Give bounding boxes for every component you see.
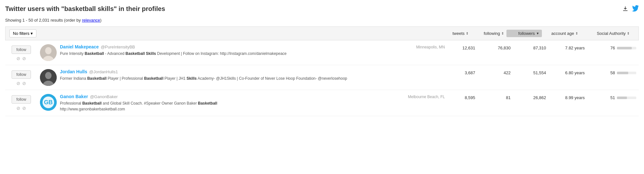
table-row: follow ⊘ ⊘ Jordan Hulls @JordanHulls1: [5, 65, 639, 90]
svg-text:GB: GB: [44, 99, 53, 106]
follow-button-3[interactable]: follow: [12, 95, 31, 104]
user-location-3: Melbourne Beach, FL: [408, 95, 449, 99]
user-handle-2: @JordanHulls1: [89, 69, 118, 74]
user-handle-1: @PureIntensityBB: [101, 45, 135, 49]
stat-tweets-1: 12,631: [449, 46, 478, 50]
follow-button-1[interactable]: follow: [12, 46, 31, 54]
authority-num-3: 51: [610, 95, 615, 100]
mute-icon-2[interactable]: ⊘: [22, 81, 26, 86]
col-header-social-authority[interactable]: Social Authority ⇕: [581, 30, 632, 37]
stat-following-1: 76,830: [478, 46, 513, 50]
stat-followers-1: 87,310: [513, 46, 549, 50]
follow-col-2: follow ⊘ ⊘: [5, 69, 37, 86]
block-icon-3[interactable]: ⊘: [16, 106, 20, 111]
followers-sort-icon: ▼: [536, 32, 539, 35]
svg-point-2: [45, 47, 52, 54]
mute-icon-3[interactable]: ⊘: [22, 106, 26, 111]
user-name-1[interactable]: Daniel Makepeace: [60, 44, 99, 49]
filter-button[interactable]: No filters ▾: [9, 29, 36, 37]
svg-point-5: [45, 72, 52, 79]
filter-arrow-icon: ▾: [31, 31, 33, 36]
authority-sort-icon: ⇕: [627, 32, 630, 35]
user-name-2[interactable]: Jordan Hulls: [60, 69, 87, 74]
twitter-icon[interactable]: [632, 5, 639, 13]
authority-num-2: 58: [610, 70, 615, 75]
authority-bar-1: [617, 47, 632, 49]
authority-bar-3: [617, 97, 627, 99]
stat-age-1: 7.82 years: [549, 46, 587, 50]
svg-rect-0: [623, 10, 628, 11]
stat-age-3: 8.99 years: [549, 95, 587, 100]
table-header-cols: tweets ⇕ following ⇕ followers ▼ account…: [334, 30, 635, 37]
action-icons-2: ⊘ ⊘: [16, 81, 26, 86]
stat-authority-1: 76: [587, 46, 639, 50]
col-header-account-age[interactable]: account age ⇕: [542, 30, 581, 37]
page-title: Twitter users with "basketball skills" i…: [5, 5, 165, 13]
user-bio-1: Pure Intensity Basketball - Advanced Bas…: [60, 51, 449, 56]
user-header-1: Daniel Makepeace @PureIntensityBB Minnea…: [60, 44, 449, 49]
stat-authority-3: 51: [587, 95, 639, 100]
stat-tweets-3: 8,595: [449, 95, 478, 100]
stats-col-1: 12,631 76,830 87,310 7.82 years 76: [449, 44, 639, 50]
user-info-3: Ganon Baker @GanonBaker Melbourne Beach,…: [60, 94, 449, 112]
user-header-3: Ganon Baker @GanonBaker Melbourne Beach,…: [60, 94, 449, 99]
user-location-1: Minneapolis, MN: [416, 45, 449, 49]
age-sort-icon: ⇕: [575, 32, 578, 35]
stat-following-3: 81: [478, 95, 513, 100]
follow-col-3: follow ⊘ ⊘: [5, 94, 37, 111]
stat-authority-2: 58: [587, 70, 639, 75]
following-sort-icon: ⇕: [501, 32, 504, 35]
users-list: follow ⊘ ⊘ Daniel Makepeace @PureIntensi…: [5, 40, 639, 116]
col-header-followers[interactable]: followers ▼: [506, 30, 542, 37]
relevance-link[interactable]: relevance: [82, 18, 100, 23]
stat-followers-2: 51,554: [513, 70, 549, 75]
avatar-col-3: GB: [37, 94, 60, 111]
block-icon-1[interactable]: ⊘: [16, 56, 20, 61]
avatar-col-2: [37, 69, 60, 86]
toolbar: No filters ▾ tweets ⇕ following ⇕ follow…: [5, 26, 639, 40]
authority-bar-2: [617, 72, 628, 74]
action-icons-3: ⊘ ⊘: [16, 106, 26, 111]
user-info-2: Jordan Hulls @JordanHulls1 Former Indian…: [60, 69, 449, 81]
stat-tweets-2: 3,687: [449, 70, 478, 75]
download-icon[interactable]: [622, 5, 629, 13]
filter-label: No filters: [13, 31, 29, 36]
table-row: follow ⊘ ⊘ Daniel Makepeace @PureIntensi…: [5, 40, 639, 65]
results-bar: Showing 1 - 50 of 2,031 results (order b…: [5, 18, 639, 23]
action-icons-1: ⊘ ⊘: [16, 56, 26, 61]
avatar-2[interactable]: [40, 69, 57, 86]
avatar-3[interactable]: GB: [40, 94, 57, 111]
stat-following-2: 422: [478, 70, 513, 75]
stat-followers-3: 26,862: [513, 95, 549, 100]
user-bio-2: Former Indiana Basketball Player | Profe…: [60, 76, 449, 81]
avatar-col-1: [37, 44, 60, 61]
stats-col-2: 3,687 422 51,554 6.80 years 58: [449, 69, 639, 75]
col-header-tweets[interactable]: tweets ⇕: [442, 30, 471, 37]
stats-col-3: 8,595 81 26,862 8.99 years 51: [449, 94, 639, 100]
user-name-3[interactable]: Ganon Baker: [60, 94, 88, 99]
user-header-2: Jordan Hulls @JordanHulls1: [60, 69, 449, 74]
avatar-1[interactable]: [40, 44, 57, 61]
user-handle-3: @GanonBaker: [90, 94, 118, 99]
top-icons-bar: [622, 5, 639, 13]
authority-num-1: 76: [610, 46, 615, 50]
follow-button-2[interactable]: follow: [12, 70, 31, 79]
tweets-sort-icon: ⇕: [466, 32, 468, 35]
user-bio-3: Professional Basketball and Global Skill…: [60, 100, 449, 112]
col-header-following[interactable]: following ⇕: [471, 30, 506, 37]
user-info-1: Daniel Makepeace @PureIntensityBB Minnea…: [60, 44, 449, 56]
block-icon-2[interactable]: ⊘: [16, 81, 20, 86]
table-row: follow ⊘ ⊘ GB Ganon Baker @GanonBaker Me…: [5, 90, 639, 116]
authority-bar-bg-3: [617, 97, 636, 99]
authority-bar-bg-2: [617, 72, 636, 74]
results-text: Showing 1 - 50 of 2,031 results (order b…: [5, 18, 101, 23]
follow-col-1: follow ⊘ ⊘: [5, 44, 37, 61]
mute-icon-1[interactable]: ⊘: [22, 56, 26, 61]
stat-age-2: 6.80 years: [549, 70, 587, 75]
authority-bar-bg-1: [617, 47, 636, 49]
